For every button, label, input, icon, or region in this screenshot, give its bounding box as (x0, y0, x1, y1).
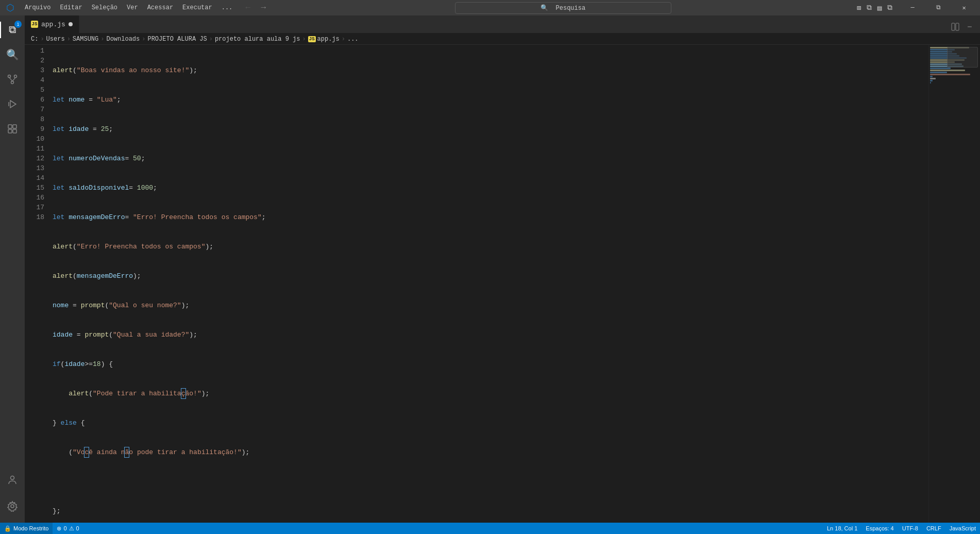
tab-appjs[interactable]: JS app.js (25, 15, 79, 33)
activity-bar-bottom (0, 467, 25, 523)
app-icon[interactable]: ⬡ (4, 2, 16, 14)
layout3-icon[interactable]: ⧉ (886, 4, 893, 11)
title-bar: ⬡ Arquivo Editar Seleção Ver Acessar Exe… (0, 0, 980, 15)
menu-ver[interactable]: Ver (123, 2, 142, 13)
breadcrumb-c[interactable]: C: (31, 36, 38, 43)
title-bar-right: ⊞ ⧉ ▤ ⧉ — ⧉ ✕ (855, 0, 976, 15)
code-line-11: if(idade>=18) { (50, 359, 928, 369)
breadcrumb-aula[interactable]: projeto alura aula 9 js (215, 36, 300, 43)
activity-scm-icon[interactable] (0, 67, 25, 92)
svg-line-4 (12, 78, 15, 81)
close-button[interactable]: ✕ (952, 0, 976, 15)
activity-search-icon[interactable]: 🔍 (0, 42, 25, 67)
warning-icon: ⚠ (69, 525, 74, 532)
menu-arquivo[interactable]: Arquivo (21, 2, 55, 13)
breadcrumb-users[interactable]: Users (46, 36, 65, 43)
restricted-mode-item[interactable]: 🔒 Modo Restrito (0, 523, 53, 534)
restricted-mode-label: Modo Restrito (13, 525, 48, 531)
position-item[interactable]: Ln 18, Col 1 (823, 523, 861, 534)
code-line-14: ("Você ainda não pode tirar a habilitaçã… (50, 447, 928, 457)
search-bar[interactable]: 🔍 Pesquisa (455, 2, 671, 14)
error-icon: ⊗ (57, 525, 61, 532)
svg-point-12 (11, 505, 14, 508)
svg-rect-7 (8, 125, 12, 128)
tab-bar-actions: ⋯ (945, 21, 980, 33)
svg-rect-14 (956, 23, 959, 30)
code-line-9: nome = prompt("Qual o seu nome?"); (50, 301, 928, 310)
code-line-3: let idade = 25; (50, 124, 928, 134)
svg-rect-13 (952, 23, 955, 30)
status-bar-right: Ln 18, Col 1 Espaços: 4 UTF-8 CRLF JavaS… (823, 523, 980, 534)
editor-area: JS app.js ⋯ C: › Users › SAMSUNG › (25, 15, 980, 523)
layout-icon[interactable]: ⊞ (855, 4, 863, 11)
extension-badge: 1 (14, 21, 22, 28)
tab-bar: JS app.js ⋯ (25, 15, 980, 34)
status-bar-left: 🔒 Modo Restrito ⊗ 0 ⚠ 0 (0, 523, 83, 534)
window-controls: — ⧉ ✕ (901, 0, 976, 15)
activity-bar: ⧉ 1 🔍 (0, 15, 25, 523)
svg-point-1 (14, 75, 17, 78)
code-line-12: alert("Pode tirar a habilitação!"); (50, 389, 928, 398)
breadcrumb-samsung[interactable]: SAMSUNG (73, 36, 98, 43)
minimap (928, 45, 980, 523)
language-item[interactable]: JavaScript (945, 523, 980, 534)
spaces-label: Espaços: 4 (866, 525, 893, 531)
code-line-5: let saldoDisponivel= 1000; (50, 183, 928, 193)
language-label: JavaScript (950, 525, 976, 531)
warning-count: 0 (76, 525, 79, 531)
code-line-10: idade = prompt("Qual a sua idade?"); (50, 330, 928, 340)
error-count: 0 (63, 525, 66, 531)
split-editor-button[interactable] (949, 21, 961, 33)
breadcrumb-projeto[interactable]: PROJETO ALURA JS (147, 36, 207, 43)
line-ending-item[interactable]: CRLF (922, 523, 945, 534)
activity-settings-icon[interactable] (0, 494, 25, 519)
status-bar: 🔒 Modo Restrito ⊗ 0 ⚠ 0 Ln 18, Col 1 Esp… (0, 523, 980, 534)
code-line-7: alert("Erro! Preencha todos os campos"); (50, 242, 928, 252)
svg-marker-5 (10, 101, 16, 108)
more-tabs-button[interactable]: ⋯ (964, 21, 976, 33)
tab-file-icon: JS (31, 21, 38, 28)
code-content[interactable]: alert("Boas vindas ao nosso site!"); let… (50, 45, 928, 523)
minimize-button[interactable]: — (901, 0, 924, 15)
code-line-8: alert(mensagemDeErro); (50, 271, 928, 281)
svg-rect-9 (8, 129, 12, 133)
spaces-item[interactable]: Espaços: 4 (861, 523, 898, 534)
errors-item[interactable]: ⊗ 0 ⚠ 0 (53, 523, 83, 534)
menu-selecao[interactable]: Seleção (88, 2, 122, 13)
activity-explorer-icon[interactable]: ⧉ 1 (0, 18, 25, 42)
line-numbers: 1 2 3 4 5 6 7 8 9 10 11 12 13 14 15 16 1… (25, 45, 50, 523)
layout2-icon[interactable]: ▤ (876, 4, 883, 11)
breadcrumb-downloads[interactable]: Downloads (106, 36, 140, 43)
code-line-6: let mensagemDeErro= "Erro! Preencha todo… (50, 212, 928, 222)
split-editor-icon[interactable]: ⧉ (866, 4, 873, 11)
svg-rect-10 (13, 129, 16, 133)
menu-editar[interactable]: Editar (56, 2, 86, 13)
code-line-2: let nome = "Lua"; (50, 95, 928, 105)
activity-debug-icon[interactable] (0, 92, 25, 116)
breadcrumb-more[interactable]: ... (347, 36, 359, 43)
code-line-13: } else { (50, 418, 928, 428)
menu-more[interactable]: ... (217, 2, 237, 13)
code-line-15 (50, 477, 928, 487)
restore-button[interactable]: ⧉ (926, 0, 950, 15)
main-layout: ⧉ 1 🔍 (0, 15, 980, 523)
svg-point-0 (8, 75, 11, 78)
nav-back[interactable]: ← (241, 1, 255, 15)
activity-account-icon[interactable] (0, 467, 25, 492)
lock-icon: 🔒 (4, 525, 11, 532)
svg-rect-8 (13, 125, 16, 128)
code-editor[interactable]: 1 2 3 4 5 6 7 8 9 10 11 12 13 14 15 16 1… (25, 45, 980, 523)
encoding-item[interactable]: UTF-8 (898, 523, 922, 534)
title-bar-left: ⬡ Arquivo Editar Seleção Ver Acessar Exe… (4, 1, 271, 15)
menu-executar[interactable]: Executar (178, 2, 216, 13)
nav-forward[interactable]: → (256, 1, 271, 15)
breadcrumb-appjs[interactable]: JS app.js (308, 36, 340, 43)
encoding-label: UTF-8 (902, 525, 918, 531)
svg-point-2 (11, 81, 14, 84)
position-label: Ln 18, Col 1 (827, 525, 857, 531)
menu-acessar[interactable]: Acessar (143, 2, 177, 13)
tab-label: app.js (41, 21, 65, 28)
activity-extensions-icon[interactable] (0, 116, 25, 141)
code-line-16: }; (50, 506, 928, 516)
code-line-4: let numeroDeVendas= 50; (50, 154, 928, 163)
